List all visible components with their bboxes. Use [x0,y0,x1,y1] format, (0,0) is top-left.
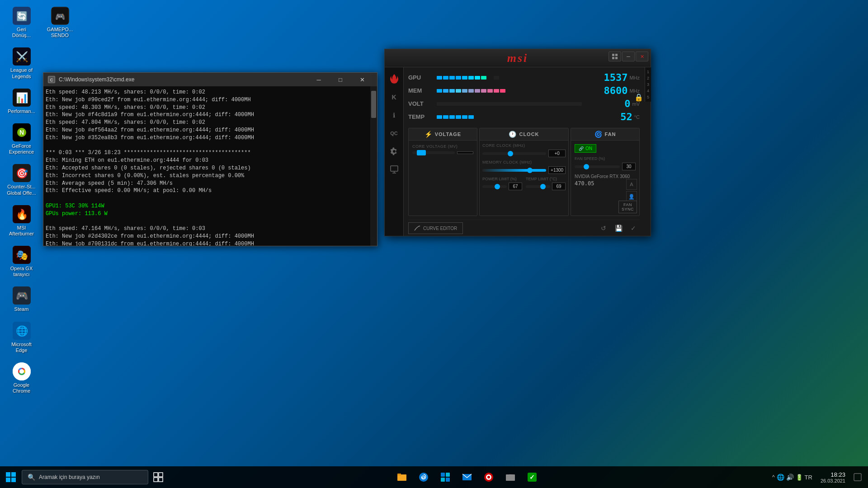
taskbar-folder[interactable] [500,467,520,487]
svg-rect-27 [615,54,618,56]
msi-save-button[interactable]: 💾 [612,222,625,235]
power-limit-slider[interactable] [482,185,507,188]
voltage-input[interactable] [457,151,473,154]
memory-clock-slider[interactable] [482,169,546,172]
gpu-unit: MHz [629,75,640,80]
temp-limit-slider[interactable] [526,185,550,188]
desktop-icon-geri-donu[interactable]: 🔄 GeriDönüş... [5,5,38,41]
core-clock-input[interactable]: +0 [548,150,566,157]
taskbar-green-app[interactable]: ✓ [522,467,542,487]
memory-clock-label: MEMORY CLOCK (MHz) [482,160,566,164]
msi-sidebar-settings[interactable] [387,144,401,159]
msi-reset-button[interactable]: ↺ [597,222,610,235]
circle-app-icon [483,472,494,483]
svg-rect-41 [397,474,406,481]
cmd-minimize-button[interactable]: ─ [308,73,329,86]
msi-sidebar-monitor[interactable] [387,162,401,177]
cmd-maximize-button[interactable]: □ [330,73,351,86]
profile-5[interactable]: 5 [647,95,649,99]
clock-panel-title: CLOCK [519,131,539,137]
tray-language-icon[interactable]: TR [805,474,812,481]
cmd-line: Eth: Mining ETH on eu1.ethermine.org:444… [46,157,368,164]
desktop-icon-geforce[interactable]: N GeForceExperience [5,121,38,157]
desktop-icon-msedge[interactable]: 🌐 MicrosoftEdge [5,319,38,356]
gpu-name: NVIDIA GeForce RTX 3060 [575,174,636,179]
curve-editor-button[interactable]: CURVE EDITOR [408,222,463,234]
fan-on-button[interactable]: 🔗 ON [575,144,596,153]
svg-rect-47 [446,478,450,482]
tray-battery-icon[interactable]: 🔋 [796,474,803,481]
cmd-scrollbar[interactable] [370,86,377,246]
volt-unit: mV [632,101,640,107]
fan-speed-slider[interactable] [575,165,620,168]
desktop-icon-performance[interactable]: 📊 Performan... [5,86,38,117]
svg-text:🔥: 🔥 [15,208,28,221]
desktop-icon-gamepo[interactable]: 🎮 GAMEPO...SENDO [43,5,77,41]
core-clock-label: CORE CLOCK (MHz) [482,143,566,148]
taskbar-mail[interactable] [457,467,477,487]
msi-sidebar-info[interactable]: ℹ [387,108,401,122]
desktop-icon-msi-label: MSIAfterburner [9,225,34,237]
desktop-icon-msi-afterburner[interactable]: 🔥 MSIAfterburner [5,203,38,239]
taskbar-store[interactable] [435,467,455,487]
notification-icon [854,473,862,481]
profile-3[interactable]: 3 [647,82,649,87]
desktop-icon-csgo[interactable]: 🎯 Counter-St...Global Offe... [5,162,38,198]
green-app-icon: ✓ [527,472,538,483]
tray-volume-icon[interactable]: 🔊 [786,474,794,481]
temp-limit-input[interactable]: 69 [552,183,566,190]
core-clock-slider[interactable] [482,152,546,155]
tray-arrow[interactable]: ^ [772,474,775,480]
power-limit-label: POWER LIMIT (%) [482,177,522,181]
desktop-icon-lol[interactable]: ⚔️ League ofLegends [5,45,38,81]
msi-sidebar-qc[interactable]: QC [387,126,401,141]
fan-speed-input[interactable]: 30 [622,163,636,170]
memory-clock-input[interactable]: +1300 [548,166,566,174]
msi-close-button[interactable]: ✕ [636,52,648,61]
fan-icon-a[interactable]: A [626,179,637,190]
desktop-icon-chrome[interactable]: GoogleChrome [5,360,38,396]
desktop-icon-opera-gx[interactable]: 🎭 Opera GXtarayıcı [5,244,38,280]
lock-icon: 🔒 [634,93,643,102]
desktop-icon-steam[interactable]: 🎮 Steam [5,284,38,314]
desktop-icon-opera-gx-label: Opera GXtarayıcı [10,266,33,277]
msi-grid-button[interactable] [609,52,621,61]
profile-4[interactable]: 4 [647,89,649,93]
temp-label: TEMP [408,111,433,122]
msi-sidebar-k[interactable]: K [387,90,401,104]
msi-apply-button[interactable]: ✓ [627,222,640,235]
fan-speed-label: FAN SPEED (%) [575,156,636,161]
power-limit-input[interactable]: 67 [509,183,522,190]
taskbar-search[interactable]: 🔍 Aramak için buraya yazın [22,470,148,484]
voltage-panel: ⚡ VOLTAGE CORE VOLTAGE (MV) [408,128,477,216]
desktop-icon-steam-label: Steam [14,306,29,312]
taskbar-circle-app[interactable] [479,467,499,487]
profile-2[interactable]: 2 [647,76,649,80]
svg-rect-29 [615,57,618,59]
cmd-line: Eth: New job #ef564aa2 from eu1.ethermin… [46,127,368,134]
desktop-icon-chrome-label: GoogleChrome [13,382,30,394]
clock-display[interactable]: 18:23 26.03.2021 [817,471,849,483]
desktop-icon-lol-label: League ofLegends [10,67,33,79]
svg-rect-36 [11,478,16,482]
msi-window: msi ─ ✕ [384,49,651,236]
search-icon: 🔍 [28,474,35,481]
notification-button[interactable] [851,466,864,488]
cmd-scrollbar-thumb[interactable] [371,91,376,118]
svg-point-23 [19,369,24,374]
fan-sync-button[interactable]: FANSYNC [618,201,637,213]
start-button[interactable] [0,466,22,488]
desktop-icon-msedge-label: MicrosoftEdge [11,342,32,353]
taskbar-edge[interactable] [414,467,434,487]
svg-rect-26 [612,54,614,56]
taskbar-file-explorer[interactable] [392,467,412,487]
cmd-close-button[interactable]: ✕ [352,73,373,86]
msi-sidebar-flame[interactable] [387,72,401,86]
fan-on-label: ON [585,146,592,151]
profile-1[interactable]: 1 [647,70,649,74]
tray-network-icon[interactable]: 🌐 [777,474,784,481]
msi-minimize-button[interactable]: ─ [622,52,635,61]
volt-value-container: 0 mV [585,98,640,109]
voltage-slider[interactable] [412,151,455,154]
task-view-button[interactable] [148,467,168,487]
